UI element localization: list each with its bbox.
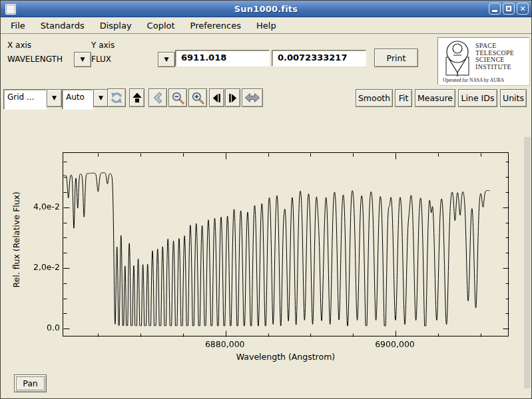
- y-axis-title: Rel. flux (Relative Flux): [11, 192, 21, 288]
- maximize-button[interactable]: [503, 3, 515, 15]
- x-tick-label: 6880,000: [195, 339, 255, 349]
- stsci-logo-tagline: Operated for NASA by AURA: [443, 77, 504, 83]
- spectrum-canvas[interactable]: [63, 153, 509, 337]
- zoom-in-icon: [191, 91, 205, 105]
- chevron-down-icon: ▼: [81, 57, 85, 63]
- scale-combo-value: Auto: [62, 89, 93, 110]
- x-axis-dropdown-button[interactable]: ▼: [74, 52, 91, 67]
- menu-preferences[interactable]: Preferences: [189, 20, 242, 31]
- menu-coplot[interactable]: Coplot: [146, 20, 176, 31]
- close-button[interactable]: ✕: [517, 3, 529, 15]
- y-tick-label: 4,0e-2: [17, 201, 60, 211]
- cursor-wavelength-field[interactable]: 6911.018: [175, 50, 270, 66]
- window-controls: ✕: [489, 3, 529, 15]
- zoom-out-icon: [171, 91, 185, 105]
- y-axis-selected-value: FLUX: [91, 55, 111, 64]
- minimize-icon: [492, 10, 497, 12]
- zoom-out-button[interactable]: [168, 88, 187, 107]
- menu-file[interactable]: File: [9, 20, 27, 31]
- maximize-icon: [506, 6, 511, 11]
- refresh-button[interactable]: [107, 88, 126, 107]
- titlebar[interactable]: Sun1000.fits ✕: [1, 1, 531, 17]
- cursor-flux-field[interactable]: 0.0072333217: [272, 50, 366, 66]
- smooth-button[interactable]: Smooth: [356, 89, 393, 107]
- zoom-in-button[interactable]: [188, 88, 207, 107]
- y-axis-label: Y axis: [91, 41, 115, 50]
- move-up-button[interactable]: [129, 88, 144, 107]
- menubar: File Standards Display Coplot Preference…: [1, 18, 531, 34]
- move-up-icon: [131, 92, 143, 104]
- stsci-logo: SPACE TELESCOPE SCIENCE INSTITUTE Operat…: [437, 37, 529, 85]
- x-tick-label: 6900,000: [365, 339, 425, 349]
- scale-combo-arrow-button[interactable]: ▼: [93, 89, 109, 107]
- refresh-icon: [109, 90, 124, 105]
- fit-button[interactable]: Fit: [395, 89, 412, 107]
- right-scroll-strip[interactable]: [524, 137, 531, 388]
- app-icon: [5, 4, 16, 15]
- grid-combo[interactable]: Grid ... ▼: [3, 89, 62, 110]
- pan-button[interactable]: Pan: [14, 374, 47, 392]
- step-right-icon: [227, 92, 238, 104]
- step-right-button[interactable]: [225, 88, 240, 107]
- minimize-button[interactable]: [489, 3, 501, 15]
- window-title: Sun1000.fits: [1, 4, 531, 14]
- x-axis-title: Wavelength (Angstrom): [63, 352, 509, 362]
- y-axis-dropdown-button[interactable]: ▼: [158, 52, 175, 67]
- print-button[interactable]: Print: [374, 49, 418, 67]
- expand-horizontal-button[interactable]: [242, 88, 263, 107]
- line-ids-button[interactable]: Line IDs: [458, 89, 497, 107]
- app-window: Sun1000.fits ✕ File Standards Display Co…: [0, 0, 532, 399]
- stsci-telescope-icon: [440, 39, 475, 79]
- units-button[interactable]: Units: [500, 89, 527, 107]
- y-tick-label: 0.0: [17, 323, 60, 332]
- grid-combo-value: Grid ...: [3, 89, 47, 110]
- menu-display[interactable]: Display: [99, 20, 133, 31]
- back-button[interactable]: [148, 88, 167, 107]
- spectrum-plot[interactable]: [63, 152, 509, 336]
- chevron-down-icon: ▼: [164, 57, 169, 63]
- expand-horizontal-icon: [244, 92, 261, 104]
- x-axis-label: X axis: [7, 41, 31, 50]
- chevron-down-icon: ▼: [52, 95, 57, 101]
- scale-combo[interactable]: Auto ▼: [62, 89, 109, 110]
- step-left-button[interactable]: [209, 88, 224, 107]
- measure-button[interactable]: Measure: [415, 89, 455, 107]
- x-axis-selected-value: WAVELENGTH: [7, 55, 63, 64]
- grid-combo-arrow-button[interactable]: ▼: [47, 89, 62, 107]
- step-left-icon: [211, 92, 222, 104]
- menu-help[interactable]: Help: [255, 20, 278, 31]
- close-icon: ✕: [519, 5, 525, 13]
- menu-standards[interactable]: Standards: [39, 20, 86, 31]
- chevron-left-icon: [151, 91, 164, 104]
- y-tick-label: 2,0e-2: [17, 262, 60, 272]
- chevron-down-icon: ▼: [99, 95, 103, 101]
- stsci-logo-text: SPACE TELESCOPE SCIENCE INSTITUTE: [475, 43, 514, 70]
